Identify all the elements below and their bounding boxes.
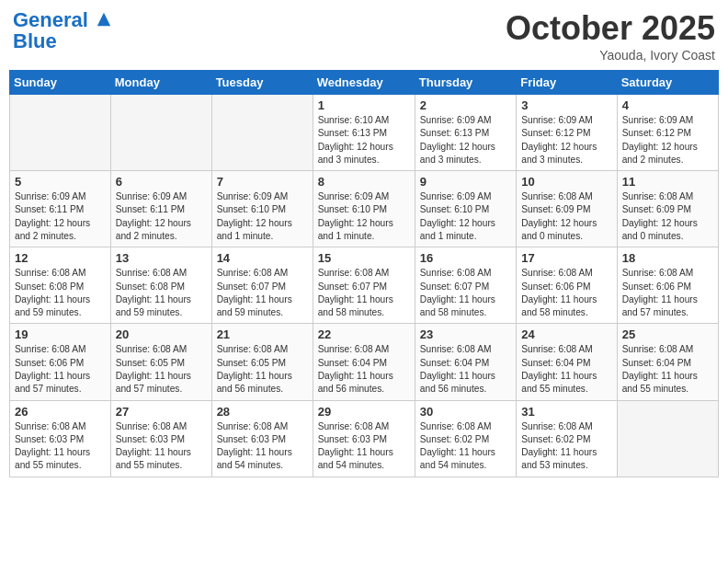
logo-icon bbox=[96, 11, 112, 28]
calendar-cell: 29Sunrise: 6:08 AM Sunset: 6:03 PM Dayli… bbox=[313, 400, 415, 477]
calendar-cell: 2Sunrise: 6:09 AM Sunset: 6:13 PM Daylig… bbox=[415, 95, 516, 171]
weekday-header: Saturday bbox=[617, 71, 718, 95]
weekday-header: Sunday bbox=[10, 71, 111, 95]
calendar-cell: 17Sunrise: 6:08 AM Sunset: 6:06 PM Dayli… bbox=[517, 247, 617, 324]
calendar-cell: 13Sunrise: 6:08 AM Sunset: 6:08 PM Dayli… bbox=[110, 247, 211, 324]
day-number: 14 bbox=[217, 251, 308, 265]
day-info: Sunrise: 6:08 AM Sunset: 6:04 PM Dayligh… bbox=[420, 343, 511, 396]
day-info: Sunrise: 6:08 AM Sunset: 6:03 PM Dayligh… bbox=[116, 420, 207, 473]
calendar-cell: 18Sunrise: 6:08 AM Sunset: 6:06 PM Dayli… bbox=[617, 247, 718, 324]
day-number: 19 bbox=[15, 327, 106, 341]
calendar-cell: 30Sunrise: 6:08 AM Sunset: 6:02 PM Dayli… bbox=[415, 400, 516, 477]
day-number: 16 bbox=[420, 251, 511, 265]
day-info: Sunrise: 6:08 AM Sunset: 6:03 PM Dayligh… bbox=[15, 420, 106, 473]
logo-text: General bbox=[13, 9, 112, 31]
calendar-cell: 14Sunrise: 6:08 AM Sunset: 6:07 PM Dayli… bbox=[211, 247, 313, 324]
day-info: Sunrise: 6:08 AM Sunset: 6:06 PM Dayligh… bbox=[622, 267, 713, 319]
day-number: 23 bbox=[420, 327, 511, 341]
day-number: 27 bbox=[116, 405, 207, 419]
location-subtitle: Yaouda, Ivory Coast bbox=[506, 48, 715, 63]
day-info: Sunrise: 6:08 AM Sunset: 6:07 PM Dayligh… bbox=[318, 267, 410, 319]
day-info: Sunrise: 6:09 AM Sunset: 6:11 PM Dayligh… bbox=[15, 190, 106, 243]
day-info: Sunrise: 6:08 AM Sunset: 6:07 PM Dayligh… bbox=[217, 267, 308, 319]
calendar-cell: 10Sunrise: 6:08 AM Sunset: 6:09 PM Dayli… bbox=[517, 171, 617, 247]
day-info: Sunrise: 6:09 AM Sunset: 6:11 PM Dayligh… bbox=[116, 190, 207, 243]
day-number: 3 bbox=[521, 98, 611, 112]
day-number: 12 bbox=[15, 251, 106, 265]
logo-general: General bbox=[13, 8, 88, 31]
day-number: 31 bbox=[521, 405, 611, 419]
day-number: 8 bbox=[318, 175, 410, 189]
day-info: Sunrise: 6:09 AM Sunset: 6:10 PM Dayligh… bbox=[420, 190, 511, 243]
day-info: Sunrise: 6:08 AM Sunset: 6:03 PM Dayligh… bbox=[217, 420, 308, 473]
day-number: 29 bbox=[318, 405, 410, 419]
calendar-cell: 4Sunrise: 6:09 AM Sunset: 6:12 PM Daylig… bbox=[617, 95, 718, 171]
calendar-cell: 22Sunrise: 6:08 AM Sunset: 6:04 PM Dayli… bbox=[313, 324, 415, 400]
day-info: Sunrise: 6:08 AM Sunset: 6:09 PM Dayligh… bbox=[622, 190, 713, 243]
day-number: 26 bbox=[15, 405, 106, 419]
calendar-cell: 9Sunrise: 6:09 AM Sunset: 6:10 PM Daylig… bbox=[415, 171, 516, 247]
day-number: 6 bbox=[116, 175, 207, 189]
calendar-cell: 6Sunrise: 6:09 AM Sunset: 6:11 PM Daylig… bbox=[110, 171, 211, 247]
day-info: Sunrise: 6:08 AM Sunset: 6:02 PM Dayligh… bbox=[420, 420, 511, 473]
day-info: Sunrise: 6:09 AM Sunset: 6:13 PM Dayligh… bbox=[420, 114, 511, 167]
calendar-cell: 28Sunrise: 6:08 AM Sunset: 6:03 PM Dayli… bbox=[211, 400, 313, 477]
calendar-cell: 5Sunrise: 6:09 AM Sunset: 6:11 PM Daylig… bbox=[10, 171, 111, 247]
day-info: Sunrise: 6:08 AM Sunset: 6:08 PM Dayligh… bbox=[116, 267, 207, 319]
calendar-cell bbox=[617, 400, 718, 477]
calendar-cell: 24Sunrise: 6:08 AM Sunset: 6:04 PM Dayli… bbox=[517, 324, 617, 400]
weekday-header: Monday bbox=[110, 71, 211, 95]
day-info: Sunrise: 6:09 AM Sunset: 6:12 PM Dayligh… bbox=[521, 114, 611, 167]
day-number: 18 bbox=[622, 251, 713, 265]
calendar-cell: 11Sunrise: 6:08 AM Sunset: 6:09 PM Dayli… bbox=[617, 171, 718, 247]
calendar-cell: 20Sunrise: 6:08 AM Sunset: 6:05 PM Dayli… bbox=[110, 324, 211, 400]
day-number: 22 bbox=[318, 327, 410, 341]
weekday-header-row: SundayMondayTuesdayWednesdayThursdayFrid… bbox=[10, 71, 719, 95]
day-number: 10 bbox=[521, 175, 611, 189]
day-info: Sunrise: 6:08 AM Sunset: 6:06 PM Dayligh… bbox=[521, 267, 611, 319]
weekday-header: Thursday bbox=[415, 71, 516, 95]
day-info: Sunrise: 6:08 AM Sunset: 6:06 PM Dayligh… bbox=[15, 343, 106, 396]
logo: General Blue bbox=[13, 9, 112, 53]
day-number: 5 bbox=[15, 175, 106, 189]
calendar-cell bbox=[110, 95, 211, 171]
day-number: 17 bbox=[521, 251, 611, 265]
weekday-header: Wednesday bbox=[313, 71, 415, 95]
day-info: Sunrise: 6:08 AM Sunset: 6:04 PM Dayligh… bbox=[521, 343, 611, 396]
day-number: 7 bbox=[217, 175, 308, 189]
calendar-cell: 3Sunrise: 6:09 AM Sunset: 6:12 PM Daylig… bbox=[517, 95, 617, 171]
day-info: Sunrise: 6:08 AM Sunset: 6:02 PM Dayligh… bbox=[521, 420, 611, 473]
calendar-week-row: 5Sunrise: 6:09 AM Sunset: 6:11 PM Daylig… bbox=[10, 171, 719, 247]
calendar-cell bbox=[10, 95, 111, 171]
calendar-cell: 23Sunrise: 6:08 AM Sunset: 6:04 PM Dayli… bbox=[415, 324, 516, 400]
day-info: Sunrise: 6:08 AM Sunset: 6:07 PM Dayligh… bbox=[420, 267, 511, 319]
logo-blue: Blue bbox=[13, 29, 112, 53]
title-block: October 2025 Yaouda, Ivory Coast bbox=[506, 9, 715, 63]
day-number: 4 bbox=[622, 98, 713, 112]
day-number: 13 bbox=[116, 251, 207, 265]
day-number: 9 bbox=[420, 175, 511, 189]
weekday-header: Tuesday bbox=[211, 71, 313, 95]
day-info: Sunrise: 6:08 AM Sunset: 6:08 PM Dayligh… bbox=[15, 267, 106, 319]
day-info: Sunrise: 6:09 AM Sunset: 6:10 PM Dayligh… bbox=[217, 190, 308, 243]
calendar-cell: 26Sunrise: 6:08 AM Sunset: 6:03 PM Dayli… bbox=[10, 400, 111, 477]
calendar-cell: 7Sunrise: 6:09 AM Sunset: 6:10 PM Daylig… bbox=[211, 171, 313, 247]
svg-marker-0 bbox=[97, 13, 110, 26]
day-info: Sunrise: 6:10 AM Sunset: 6:13 PM Dayligh… bbox=[318, 114, 410, 167]
calendar-week-row: 12Sunrise: 6:08 AM Sunset: 6:08 PM Dayli… bbox=[10, 247, 719, 324]
calendar-cell: 25Sunrise: 6:08 AM Sunset: 6:04 PM Dayli… bbox=[617, 324, 718, 400]
day-number: 21 bbox=[217, 327, 308, 341]
day-number: 15 bbox=[318, 251, 410, 265]
weekday-header: Friday bbox=[517, 71, 617, 95]
calendar-cell: 16Sunrise: 6:08 AM Sunset: 6:07 PM Dayli… bbox=[415, 247, 516, 324]
calendar-cell: 8Sunrise: 6:09 AM Sunset: 6:10 PM Daylig… bbox=[313, 171, 415, 247]
calendar-cell: 31Sunrise: 6:08 AM Sunset: 6:02 PM Dayli… bbox=[517, 400, 617, 477]
day-number: 11 bbox=[622, 175, 713, 189]
calendar-table: SundayMondayTuesdayWednesdayThursdayFrid… bbox=[9, 70, 719, 477]
calendar-week-row: 1Sunrise: 6:10 AM Sunset: 6:13 PM Daylig… bbox=[10, 95, 719, 171]
day-info: Sunrise: 6:08 AM Sunset: 6:05 PM Dayligh… bbox=[217, 343, 308, 396]
day-info: Sunrise: 6:08 AM Sunset: 6:05 PM Dayligh… bbox=[116, 343, 207, 396]
day-number: 2 bbox=[420, 98, 511, 112]
calendar-week-row: 26Sunrise: 6:08 AM Sunset: 6:03 PM Dayli… bbox=[10, 400, 719, 477]
page-header: General Blue October 2025 Yaouda, Ivory … bbox=[9, 9, 719, 63]
